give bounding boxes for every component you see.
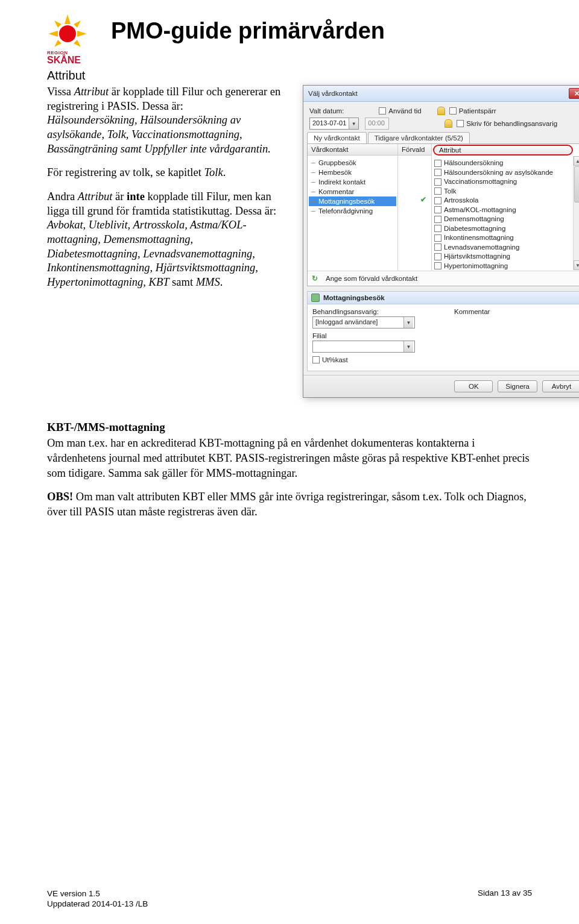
checkbox-icon bbox=[434, 206, 441, 213]
tree-item[interactable]: —Kommentar bbox=[309, 187, 396, 196]
attribute-item[interactable]: Hälsoundersökning bbox=[433, 159, 579, 168]
intro-paragraph-3: Andra Attribut är inte kopplade till Fil… bbox=[47, 190, 286, 290]
column-header-vardkontakt: Vårdkontakt bbox=[308, 144, 397, 156]
tree-item[interactable]: —Telefonrådgivning bbox=[309, 206, 396, 216]
scroll-up-icon[interactable]: ▲ bbox=[574, 156, 579, 166]
page-footer: VE version 1.5 Uppdaterad 2014-01-13 /LB… bbox=[47, 888, 532, 910]
attribute-item[interactable]: Hälsoundersökning av asylsökande bbox=[433, 168, 579, 178]
logo-name-text: SKÅNE bbox=[47, 55, 81, 65]
kbt-paragraph-2: OBS! Om man valt attributen KBT eller MM… bbox=[47, 489, 532, 520]
footer-page-number: Sidan 13 av 35 bbox=[478, 888, 532, 910]
dialog-title: Välj vårdkontakt bbox=[308, 90, 358, 97]
filial-label: Filial bbox=[312, 332, 415, 339]
page-header: REGION SKÅNE PMO-guide primärvården bbox=[47, 13, 532, 65]
checkbox-icon bbox=[434, 178, 441, 186]
checkbox-icon bbox=[434, 234, 441, 242]
column-header-forvald: Förvald bbox=[398, 144, 431, 156]
kbt-paragraph-1: Om man t.ex. har en ackrediterad KBT-mot… bbox=[47, 436, 532, 480]
checkbox-icon bbox=[434, 187, 441, 195]
close-button[interactable]: ✕ bbox=[569, 88, 579, 99]
utkast-checkbox[interactable]: Ut%kast bbox=[312, 356, 348, 363]
filial-combo[interactable]: ▼ bbox=[312, 341, 415, 353]
scrollbar[interactable]: ▲ ▼ bbox=[573, 156, 579, 270]
tab-tidigare[interactable]: Tidigare vårdkontakter (5/52) bbox=[368, 132, 470, 143]
checkbox-icon bbox=[434, 244, 441, 251]
sun-icon bbox=[47, 13, 88, 54]
checkbox-icon bbox=[434, 169, 441, 176]
checkbox-icon bbox=[434, 253, 441, 260]
tab-strip: Ny vårdkontakt Tidigare vårdkontakter (5… bbox=[303, 132, 579, 143]
dialog-window: Välj vårdkontakt ✕ Valt datum: Använd ti… bbox=[303, 85, 579, 398]
scroll-thumb[interactable] bbox=[574, 166, 579, 203]
attribute-item[interactable]: Vaccinationsmottagning bbox=[433, 177, 579, 187]
scroll-down-icon[interactable]: ▼ bbox=[574, 260, 579, 270]
vardkontakt-tree[interactable]: —Gruppbesök—Hembesök—Indirekt kontakt—Ko… bbox=[308, 156, 397, 218]
attribute-item[interactable]: Astma/KOL-mottagning bbox=[433, 206, 579, 215]
chevron-down-icon: ▼ bbox=[403, 341, 413, 352]
forvald-check-cell: ✔ bbox=[398, 195, 431, 204]
attribute-item[interactable]: Tolk bbox=[433, 187, 579, 196]
attribute-list[interactable]: HälsoundersökningHälsoundersökning av as… bbox=[432, 156, 579, 271]
detail-header-icon bbox=[311, 294, 320, 302]
kbt-heading: KBT-/MMS-mottagning bbox=[47, 420, 532, 435]
valt-datum-label: Valt datum: bbox=[309, 107, 344, 115]
lock-icon bbox=[445, 119, 452, 128]
avbryt-button[interactable]: Avbryt bbox=[542, 380, 579, 392]
checkbox-icon bbox=[434, 160, 441, 167]
column-header-attribut: Attribut bbox=[433, 145, 573, 156]
tree-item[interactable]: —Mottagningsbesök bbox=[309, 196, 396, 206]
chevron-down-icon: ▼ bbox=[349, 118, 358, 129]
attribute-item[interactable]: Hjärtsviktsmottagning bbox=[433, 252, 579, 262]
intro-paragraph-1: Vissa Attribut är kopplade till Filur oc… bbox=[47, 85, 286, 156]
attribute-item[interactable]: Diabetesmottagning bbox=[433, 224, 579, 234]
section-heading: Attribut bbox=[47, 69, 532, 83]
tree-item[interactable]: —Indirekt kontakt bbox=[309, 177, 396, 187]
tree-item[interactable]: —Hembesök bbox=[309, 168, 396, 177]
svg-point-0 bbox=[59, 25, 76, 42]
patientsparr-checkbox[interactable]: Patientspärr bbox=[437, 107, 496, 115]
lock-icon bbox=[437, 107, 445, 115]
intro-paragraph-2: För registrering av tolk, se kapitlet To… bbox=[47, 166, 286, 180]
dialog-button-bar: OK Signera Avbryt bbox=[303, 375, 579, 397]
detail-header: Mottagningsbesök bbox=[307, 291, 579, 304]
check-icon: ✔ bbox=[419, 195, 428, 204]
checkbox-icon bbox=[434, 262, 441, 269]
signera-button[interactable]: Signera bbox=[498, 380, 537, 392]
ok-button[interactable]: OK bbox=[454, 380, 493, 392]
behandling-combo[interactable]: [Inloggad användare] ▼ bbox=[312, 316, 415, 328]
chevron-down-icon: ▼ bbox=[403, 317, 413, 328]
checkbox-icon bbox=[434, 197, 441, 204]
detail-panel: Behandlingsansvarig: [Inloggad användare… bbox=[307, 304, 579, 371]
refresh-icon[interactable]: ↻ bbox=[310, 274, 320, 283]
behandling-label: Behandlingsansvarig: bbox=[312, 308, 436, 315]
attribute-item[interactable]: Artrosskola bbox=[433, 196, 579, 206]
attribute-item[interactable]: Levnadsvanemottagning bbox=[433, 243, 579, 253]
page-title: PMO-guide primärvården bbox=[111, 18, 385, 44]
ange-forvald-link[interactable]: Ange som förvald vårdkontakt bbox=[326, 275, 417, 282]
checkbox-icon bbox=[434, 216, 441, 223]
date-picker[interactable]: 2013-07-01 ▼ bbox=[309, 118, 359, 130]
tab-ny-vardkontakt[interactable]: Ny vårdkontakt bbox=[307, 132, 367, 143]
attribute-item[interactable]: Inkontinensmottagning bbox=[433, 233, 579, 243]
attribute-item[interactable]: Hypertonimottagning bbox=[433, 262, 579, 271]
intro-text-column: Vissa Attribut är kopplade till Filur oc… bbox=[47, 85, 286, 300]
footer-version: VE version 1.5 bbox=[47, 889, 100, 898]
checkbox-icon bbox=[434, 225, 441, 232]
dialog-titlebar[interactable]: Välj vårdkontakt ✕ bbox=[303, 86, 579, 102]
skane-logo: REGION SKÅNE bbox=[47, 13, 99, 65]
kommentar-label: Kommentar bbox=[454, 308, 578, 315]
tree-item[interactable]: —Gruppbesök bbox=[309, 158, 396, 168]
anvand-tid-checkbox[interactable]: Använd tid bbox=[379, 107, 421, 115]
skriv-for-checkbox[interactable]: Skriv för behandlingsansvarig bbox=[445, 119, 557, 128]
attribute-item[interactable]: Demensmottagning bbox=[433, 215, 579, 224]
kbt-section: KBT-/MMS-mottagning Om man t.ex. har en … bbox=[47, 420, 532, 519]
footer-updated: Uppdaterad 2014-01-13 /LB bbox=[47, 899, 148, 908]
time-input[interactable]: 00:00 bbox=[365, 118, 389, 130]
